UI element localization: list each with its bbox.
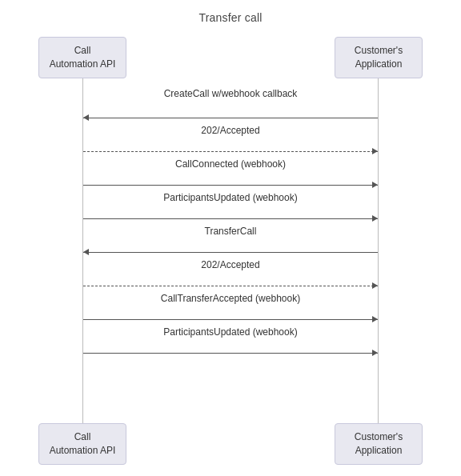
message-label-8: ParticipantsUpdated (webhook) bbox=[163, 326, 297, 338]
diagram-container: Transfer call CallAutomation API Custome… bbox=[0, 0, 461, 476]
message-label-7: CallTransferAccepted (webhook) bbox=[161, 293, 300, 304]
message-label-2: 202/Accepted bbox=[201, 125, 259, 136]
sequence-area: CreateCall w/webhook callback 202/Accept… bbox=[38, 78, 423, 423]
message-row-6: 202/Accepted bbox=[38, 258, 423, 291]
top-left-actor: CallAutomation API bbox=[38, 37, 126, 78]
message-row-1: CreateCall w/webhook callback bbox=[38, 86, 423, 123]
message-row-3: CallConnected (webhook) bbox=[38, 157, 423, 190]
message-row-7: CallTransferAccepted (webhook) bbox=[38, 291, 423, 325]
bottom-left-actor-label: CallAutomation API bbox=[50, 430, 116, 458]
message-arrow-3 bbox=[83, 185, 378, 186]
bottom-actors-row: CallAutomation API Customer'sApplication bbox=[38, 423, 423, 465]
message-arrow-7 bbox=[83, 319, 378, 320]
message-arrow-4 bbox=[83, 218, 378, 219]
top-right-actor-label: Customer'sApplication bbox=[355, 44, 403, 71]
message-label-1: CreateCall w/webhook callback bbox=[164, 88, 298, 99]
bottom-right-actor: Customer'sApplication bbox=[335, 423, 423, 465]
message-row-8: ParticipantsUpdated (webhook) bbox=[38, 325, 423, 358]
message-label-4: ParticipantsUpdated (webhook) bbox=[163, 192, 297, 203]
message-arrow-6 bbox=[83, 286, 378, 286]
top-actors-row: CallAutomation API Customer'sApplication bbox=[38, 37, 423, 78]
top-right-actor: Customer'sApplication bbox=[335, 37, 423, 78]
message-arrow-1 bbox=[83, 118, 378, 118]
message-arrow-2 bbox=[83, 151, 378, 152]
message-row-2: 202/Accepted bbox=[38, 123, 423, 157]
message-label-3: CallConnected (webhook) bbox=[175, 158, 286, 170]
message-label-6: 202/Accepted bbox=[201, 259, 259, 270]
message-row-4: ParticipantsUpdated (webhook) bbox=[38, 190, 423, 224]
message-arrow-5 bbox=[83, 252, 378, 253]
message-arrow-8 bbox=[83, 353, 378, 354]
bottom-left-actor: CallAutomation API bbox=[38, 423, 126, 465]
diagram-title: Transfer call bbox=[198, 11, 262, 24]
top-left-actor-label: CallAutomation API bbox=[50, 44, 116, 71]
bottom-right-actor-label: Customer'sApplication bbox=[355, 430, 403, 458]
message-label-5: TransferCall bbox=[205, 226, 257, 237]
messages-container: CreateCall w/webhook callback 202/Accept… bbox=[38, 78, 423, 358]
message-row-5: TransferCall bbox=[38, 224, 423, 258]
